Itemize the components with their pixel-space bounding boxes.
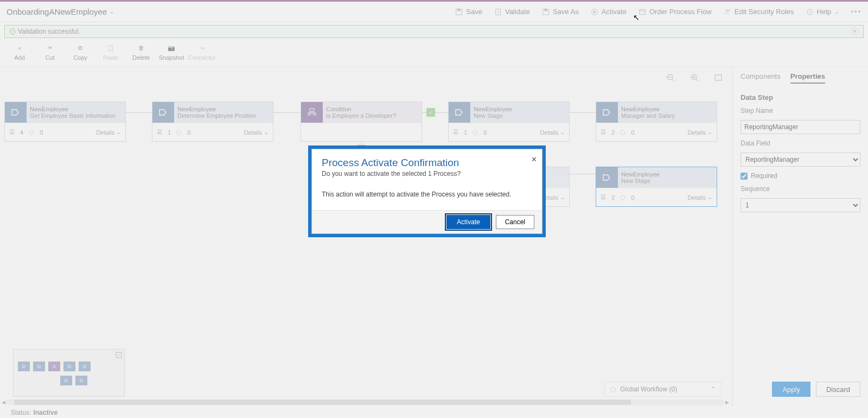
activate-confirmation-dialog: Process Activate Confirmation Do you wan… [308,145,546,237]
dialog-title: Process Activate Confirmation [322,157,532,169]
dialog-activate-button[interactable]: Activate [446,215,490,229]
dialog-body: This action will attempt to activate the… [312,182,542,210]
dialog-cancel-button[interactable]: Cancel [496,215,534,229]
dialog-close-button[interactable]: × [532,155,537,164]
dialog-subtitle: Do you want to activate the selected 1 P… [322,170,532,178]
